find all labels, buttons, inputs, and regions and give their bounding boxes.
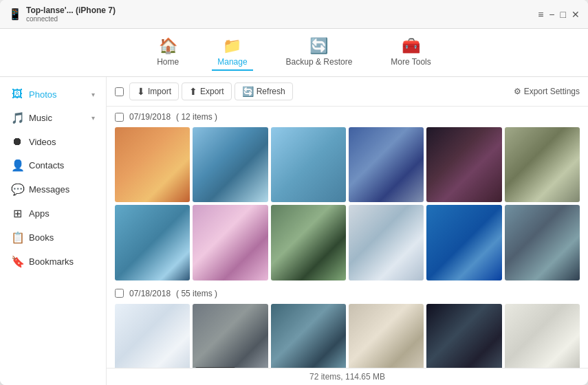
sidebar-label-messages: Messages: [29, 184, 69, 195]
select-all-checkbox[interactable]: [115, 87, 124, 96]
tab-manage-label: Manage: [217, 57, 247, 67]
statusbar-text: 72 items, 114.65 MB: [309, 372, 385, 382]
titlebar: 📱 Top-lanse'... (iPhone 7) connected ≡ −…: [0, 0, 588, 29]
books-icon: 📋: [11, 231, 23, 244]
photo-cell[interactable]: [426, 205, 501, 280]
manage-icon: 📁: [223, 37, 241, 55]
toolbar: ⬇ Import ⬆ Export 🔄 Refresh ⚙ Export Set…: [107, 77, 588, 107]
sidebar-label-books: Books: [29, 232, 54, 243]
refresh-icon: 🔄: [242, 86, 254, 97]
tab-home-label: Home: [157, 57, 179, 67]
import-icon: ⬇: [137, 86, 145, 97]
export-settings-label: Export Settings: [524, 87, 580, 96]
restore-button[interactable]: □: [560, 9, 566, 20]
app-window: 📱 Top-lanse'... (iPhone 7) connected ≡ −…: [0, 0, 588, 385]
photo-grid-2: ▶00:00:05: [115, 304, 580, 368]
sidebar-item-messages[interactable]: 💬 Messages: [0, 177, 106, 201]
date-group-2: 07/18/2018 ( 55 items ) ▶00:00:05: [115, 289, 580, 368]
photo-cell[interactable]: [115, 304, 190, 368]
tab-backup-label: Backup & Restore: [286, 57, 353, 67]
chevron-down-icon: ▾: [91, 91, 95, 98]
backup-icon: 🔄: [309, 37, 328, 55]
photo-cell[interactable]: ▶00:00:05: [193, 304, 268, 368]
tab-manage[interactable]: 📁 Manage: [212, 34, 252, 71]
photo-cell[interactable]: [271, 205, 346, 280]
export-button[interactable]: ⬆ Export: [182, 82, 232, 100]
date-group-1: 07/19/2018 ( 12 items ): [115, 112, 580, 280]
sidebar-item-apps[interactable]: ⊞ Apps: [0, 201, 106, 226]
gear-icon: ⚙: [514, 87, 521, 96]
photo-cell[interactable]: [271, 304, 346, 368]
photo-cell[interactable]: [505, 304, 580, 368]
photo-cell[interactable]: [115, 127, 190, 202]
sidebar-label-photos: Photos: [29, 89, 56, 100]
chevron-right-icon: ▾: [91, 114, 95, 122]
sidebar-item-music[interactable]: 🎵 Music ▾: [0, 106, 106, 130]
sidebar-label-bookmarks: Bookmarks: [29, 256, 74, 267]
phone-icon: 📱: [8, 8, 22, 21]
photo-cell[interactable]: [115, 205, 190, 280]
export-label: Export: [200, 87, 224, 96]
main-content: 🖼 Photos ▾ 🎵 Music ▾ ⏺ Videos 👤 Contacts…: [0, 77, 588, 385]
contacts-icon: 👤: [11, 159, 23, 172]
sidebar: 🖼 Photos ▾ 🎵 Music ▾ ⏺ Videos 👤 Contacts…: [0, 77, 107, 385]
messages-icon: 💬: [11, 183, 23, 196]
tab-tools[interactable]: 🧰 More Tools: [385, 34, 436, 71]
date-header-1: 07/19/2018 ( 12 items ): [115, 112, 580, 122]
date-label-2: 07/18/2018: [129, 289, 171, 298]
photo-cell[interactable]: [505, 127, 580, 202]
photo-cell[interactable]: [426, 304, 501, 368]
device-text: Top-lanse'... (iPhone 7) connected: [26, 6, 116, 23]
photo-cell[interactable]: [349, 304, 424, 368]
content-panel: ⬇ Import ⬆ Export 🔄 Refresh ⚙ Export Set…: [107, 77, 588, 385]
export-icon: ⬆: [189, 86, 197, 97]
home-icon: 🏠: [159, 37, 177, 55]
nav-tabs: 🏠 Home 📁 Manage 🔄 Backup & Restore 🧰 Mor…: [0, 29, 588, 77]
sidebar-label-apps: Apps: [29, 208, 50, 219]
sidebar-label-music: Music: [29, 113, 52, 123]
refresh-button[interactable]: 🔄 Refresh: [235, 82, 293, 100]
photo-cell[interactable]: [271, 127, 346, 202]
date-header-2: 07/18/2018 ( 55 items ): [115, 289, 580, 298]
import-button[interactable]: ⬇ Import: [129, 82, 179, 100]
device-name: Top-lanse'... (iPhone 7): [26, 6, 116, 15]
group1-checkbox[interactable]: [115, 113, 124, 122]
photo-cell[interactable]: [193, 127, 268, 202]
tab-tools-label: More Tools: [391, 57, 431, 67]
photo-grid-1: [115, 127, 580, 280]
bookmarks-icon: 🔖: [11, 255, 23, 268]
video-icon: ⏺: [11, 135, 23, 148]
date-label-1: 07/19/2018: [129, 112, 171, 122]
photos-icon: 🖼: [11, 88, 23, 100]
refresh-label: Refresh: [257, 87, 285, 96]
device-info: 📱 Top-lanse'... (iPhone 7) connected: [8, 6, 116, 23]
count-label-2: ( 55 items ): [176, 289, 217, 298]
group2-checkbox[interactable]: [115, 289, 124, 298]
sidebar-item-contacts[interactable]: 👤 Contacts: [0, 153, 106, 177]
apps-icon: ⊞: [11, 207, 23, 220]
statusbar: 72 items, 114.65 MB: [107, 368, 588, 385]
count-label-1: ( 12 items ): [176, 112, 217, 122]
photo-scroll-area[interactable]: 07/19/2018 ( 12 items ) 07/18/2018 ( 55 …: [107, 107, 588, 368]
video-badge: ▶00:00:05: [195, 367, 235, 368]
export-settings-button[interactable]: ⚙ Export Settings: [514, 87, 580, 96]
minimize-button[interactable]: −: [549, 9, 554, 20]
sidebar-item-videos[interactable]: ⏺ Videos: [0, 130, 106, 153]
photo-cell[interactable]: [349, 127, 424, 202]
window-controls: ≡ − □ ✕: [538, 9, 580, 20]
tab-backup[interactable]: 🔄 Backup & Restore: [281, 34, 358, 71]
sidebar-item-photos[interactable]: 🖼 Photos ▾: [0, 82, 106, 106]
tab-home[interactable]: 🏠 Home: [151, 34, 184, 71]
tools-icon: 🧰: [402, 37, 420, 55]
photo-cell[interactable]: [426, 127, 501, 202]
device-status: connected: [26, 15, 116, 23]
photo-cell[interactable]: [349, 205, 424, 280]
photo-cell[interactable]: [193, 205, 268, 280]
sidebar-item-bookmarks[interactable]: 🔖 Bookmarks: [0, 250, 106, 274]
photo-cell[interactable]: [505, 205, 580, 280]
import-label: Import: [148, 87, 171, 96]
menu-button[interactable]: ≡: [538, 9, 543, 20]
sidebar-item-books[interactable]: 📋 Books: [0, 226, 106, 250]
close-button[interactable]: ✕: [571, 9, 580, 20]
sidebar-label-videos: Videos: [29, 137, 56, 147]
